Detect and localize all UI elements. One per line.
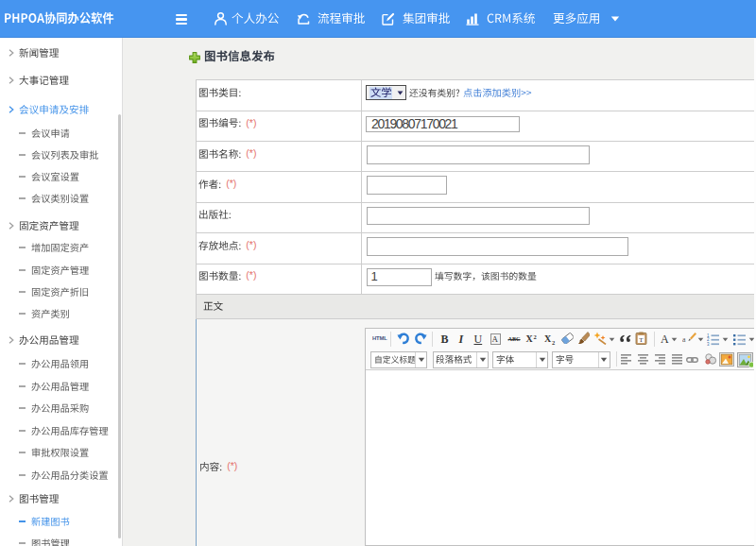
svg-text:a: a <box>682 335 686 344</box>
svg-text:3: 3 <box>707 341 710 345</box>
svg-text:T: T <box>639 336 644 344</box>
